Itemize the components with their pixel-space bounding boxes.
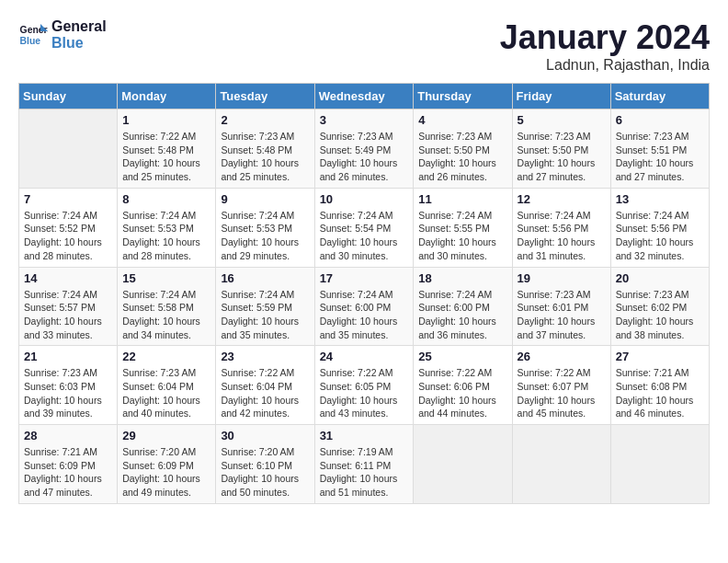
day-header-wednesday: Wednesday — [314, 84, 414, 109]
day-number: 22 — [122, 350, 210, 363]
calendar-cell: 8Sunrise: 7:24 AMSunset: 5:53 PMDaylight… — [118, 188, 216, 267]
day-number: 23 — [221, 350, 309, 363]
calendar-table: SundayMondayTuesdayWednesdayThursdayFrid… — [18, 83, 710, 504]
calendar-cell: 12Sunrise: 7:24 AMSunset: 5:56 PMDayligh… — [512, 188, 610, 267]
calendar-cell: 23Sunrise: 7:22 AMSunset: 6:04 PMDayligh… — [216, 346, 314, 425]
day-info: Sunrise: 7:24 AMSunset: 5:56 PMDaylight:… — [616, 209, 704, 263]
day-number: 12 — [518, 192, 606, 206]
day-info: Sunrise: 7:24 AMSunset: 5:52 PMDaylight:… — [24, 209, 112, 263]
day-number: 24 — [320, 350, 409, 363]
day-header-friday: Friday — [512, 84, 610, 109]
svg-text:Blue: Blue — [20, 35, 41, 45]
day-info: Sunrise: 7:23 AMSunset: 5:48 PMDaylight:… — [221, 130, 309, 184]
day-header-tuesday: Tuesday — [216, 84, 314, 109]
day-number: 18 — [418, 271, 506, 285]
day-number: 11 — [418, 192, 506, 206]
page-header: General Blue General Blue January 2024 L… — [18, 18, 710, 74]
calendar-cell: 11Sunrise: 7:24 AMSunset: 5:55 PMDayligh… — [414, 188, 512, 267]
day-info: Sunrise: 7:24 AMSunset: 6:00 PMDaylight:… — [418, 288, 506, 342]
day-number: 2 — [221, 113, 309, 127]
logo-general: General — [51, 18, 107, 35]
calendar-cell: 17Sunrise: 7:24 AMSunset: 6:00 PMDayligh… — [314, 267, 414, 346]
calendar-week-row: 21Sunrise: 7:23 AMSunset: 6:03 PMDayligh… — [19, 346, 710, 425]
day-number: 26 — [518, 350, 606, 363]
calendar-cell: 31Sunrise: 7:19 AMSunset: 6:11 PMDayligh… — [314, 425, 414, 504]
day-number: 21 — [24, 350, 112, 363]
day-number: 31 — [320, 429, 409, 442]
calendar-cell: 18Sunrise: 7:24 AMSunset: 6:00 PMDayligh… — [414, 267, 512, 346]
day-header-thursday: Thursday — [414, 84, 512, 109]
day-number: 25 — [418, 350, 506, 363]
day-info: Sunrise: 7:24 AMSunset: 5:54 PMDaylight:… — [320, 209, 409, 263]
calendar-cell: 26Sunrise: 7:22 AMSunset: 6:07 PMDayligh… — [512, 346, 610, 425]
day-info: Sunrise: 7:20 AMSunset: 6:09 PMDaylight:… — [122, 445, 210, 500]
calendar-week-row: 7Sunrise: 7:24 AMSunset: 5:52 PMDaylight… — [19, 188, 710, 267]
calendar-cell — [19, 109, 118, 189]
day-info: Sunrise: 7:23 AMSunset: 5:50 PMDaylight:… — [418, 130, 506, 184]
calendar-cell: 4Sunrise: 7:23 AMSunset: 5:50 PMDaylight… — [414, 109, 512, 189]
calendar-cell — [414, 425, 512, 504]
calendar-week-row: 14Sunrise: 7:24 AMSunset: 5:57 PMDayligh… — [19, 267, 710, 346]
day-number: 1 — [122, 113, 210, 127]
calendar-cell: 2Sunrise: 7:23 AMSunset: 5:48 PMDaylight… — [216, 109, 314, 189]
day-info: Sunrise: 7:23 AMSunset: 6:01 PMDaylight:… — [518, 288, 606, 342]
calendar-header-row: SundayMondayTuesdayWednesdayThursdayFrid… — [19, 84, 710, 109]
calendar-cell — [610, 425, 709, 504]
calendar-cell: 7Sunrise: 7:24 AMSunset: 5:52 PMDaylight… — [19, 188, 118, 267]
calendar-cell: 1Sunrise: 7:22 AMSunset: 5:48 PMDaylight… — [118, 109, 216, 189]
month-title: January 2024 — [500, 18, 710, 57]
day-info: Sunrise: 7:23 AMSunset: 6:03 PMDaylight:… — [24, 366, 112, 420]
day-number: 3 — [320, 113, 409, 127]
location: Ladnun, Rajasthan, India — [500, 57, 710, 74]
day-number: 15 — [122, 271, 210, 285]
day-info: Sunrise: 7:23 AMSunset: 6:04 PMDaylight:… — [122, 366, 210, 420]
day-number: 17 — [320, 271, 409, 285]
day-info: Sunrise: 7:23 AMSunset: 5:51 PMDaylight:… — [616, 130, 704, 184]
calendar-cell: 25Sunrise: 7:22 AMSunset: 6:06 PMDayligh… — [414, 346, 512, 425]
calendar-cell: 5Sunrise: 7:23 AMSunset: 5:50 PMDaylight… — [512, 109, 610, 189]
calendar-cell: 29Sunrise: 7:20 AMSunset: 6:09 PMDayligh… — [118, 425, 216, 504]
day-header-saturday: Saturday — [610, 84, 709, 109]
calendar-cell — [512, 425, 610, 504]
day-number: 5 — [518, 113, 606, 127]
day-number: 14 — [24, 271, 112, 285]
calendar-cell: 20Sunrise: 7:23 AMSunset: 6:02 PMDayligh… — [610, 267, 709, 346]
day-info: Sunrise: 7:24 AMSunset: 5:57 PMDaylight:… — [24, 288, 112, 342]
calendar-cell: 14Sunrise: 7:24 AMSunset: 5:57 PMDayligh… — [19, 267, 118, 346]
day-info: Sunrise: 7:22 AMSunset: 6:07 PMDaylight:… — [518, 366, 606, 420]
calendar-cell: 6Sunrise: 7:23 AMSunset: 5:51 PMDaylight… — [610, 109, 709, 189]
day-info: Sunrise: 7:22 AMSunset: 6:06 PMDaylight:… — [418, 366, 506, 420]
day-number: 19 — [518, 271, 606, 285]
day-info: Sunrise: 7:22 AMSunset: 6:05 PMDaylight:… — [320, 366, 409, 420]
day-info: Sunrise: 7:21 AMSunset: 6:09 PMDaylight:… — [24, 445, 112, 500]
logo-blue: Blue — [51, 35, 107, 52]
calendar-cell: 21Sunrise: 7:23 AMSunset: 6:03 PMDayligh… — [19, 346, 118, 425]
day-info: Sunrise: 7:24 AMSunset: 5:56 PMDaylight:… — [518, 209, 606, 263]
day-number: 8 — [122, 192, 210, 206]
calendar-cell: 3Sunrise: 7:23 AMSunset: 5:49 PMDaylight… — [314, 109, 414, 189]
day-info: Sunrise: 7:24 AMSunset: 6:00 PMDaylight:… — [320, 288, 409, 342]
calendar-cell: 19Sunrise: 7:23 AMSunset: 6:01 PMDayligh… — [512, 267, 610, 346]
calendar-cell: 16Sunrise: 7:24 AMSunset: 5:59 PMDayligh… — [216, 267, 314, 346]
day-number: 29 — [122, 429, 210, 442]
logo: General Blue General Blue — [18, 18, 107, 51]
day-info: Sunrise: 7:20 AMSunset: 6:10 PMDaylight:… — [221, 445, 309, 500]
calendar-cell: 28Sunrise: 7:21 AMSunset: 6:09 PMDayligh… — [19, 425, 118, 504]
calendar-cell: 27Sunrise: 7:21 AMSunset: 6:08 PMDayligh… — [610, 346, 709, 425]
logo-icon: General Blue — [18, 20, 48, 50]
day-number: 4 — [418, 113, 506, 127]
calendar-cell: 13Sunrise: 7:24 AMSunset: 5:56 PMDayligh… — [610, 188, 709, 267]
calendar-cell: 15Sunrise: 7:24 AMSunset: 5:58 PMDayligh… — [118, 267, 216, 346]
day-info: Sunrise: 7:19 AMSunset: 6:11 PMDaylight:… — [320, 445, 409, 500]
day-info: Sunrise: 7:21 AMSunset: 6:08 PMDaylight:… — [616, 366, 704, 420]
day-number: 6 — [616, 113, 704, 127]
calendar-week-row: 1Sunrise: 7:22 AMSunset: 5:48 PMDaylight… — [19, 109, 710, 189]
day-header-monday: Monday — [118, 84, 216, 109]
calendar-cell: 10Sunrise: 7:24 AMSunset: 5:54 PMDayligh… — [314, 188, 414, 267]
day-info: Sunrise: 7:24 AMSunset: 5:53 PMDaylight:… — [221, 209, 309, 263]
calendar-cell: 30Sunrise: 7:20 AMSunset: 6:10 PMDayligh… — [216, 425, 314, 504]
calendar-cell: 9Sunrise: 7:24 AMSunset: 5:53 PMDaylight… — [216, 188, 314, 267]
calendar-cell: 22Sunrise: 7:23 AMSunset: 6:04 PMDayligh… — [118, 346, 216, 425]
day-number: 27 — [616, 350, 704, 363]
day-info: Sunrise: 7:22 AMSunset: 5:48 PMDaylight:… — [122, 130, 210, 184]
